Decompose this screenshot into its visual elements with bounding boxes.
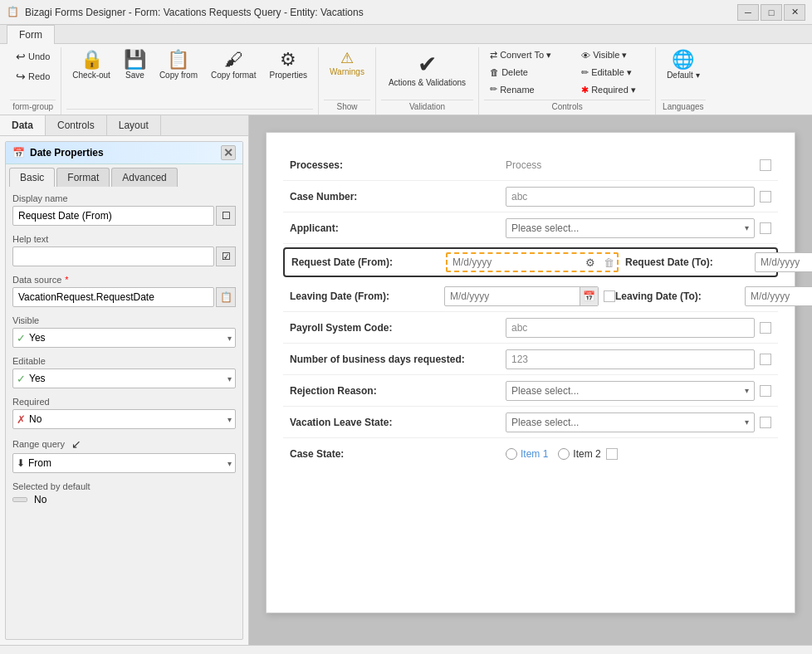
show-group: ⚠ Warnings Show bbox=[319, 47, 376, 115]
date-properties-panel: 📅 Date Properties ✕ Basic Format Advance… bbox=[5, 141, 243, 640]
leaving-date-from-calendar-btn[interactable]: 📅 bbox=[580, 287, 598, 305]
checkout-button[interactable]: 🔒 Check-out bbox=[66, 47, 116, 84]
selected-default-toggle[interactable] bbox=[12, 497, 27, 502]
tab-data[interactable]: Data bbox=[0, 115, 46, 135]
display-name-extra-btn[interactable]: ☐ bbox=[216, 206, 236, 226]
window-controls: ─ □ ✕ bbox=[737, 4, 805, 21]
range-query-select[interactable]: ⬇ From ▾ bbox=[12, 453, 236, 473]
actions-validations-button[interactable]: ✔ Actions & Validations bbox=[381, 47, 473, 90]
case-state-item1[interactable]: Item 1 bbox=[506, 448, 548, 460]
request-date-from-icons: ⚙ 🗑 bbox=[582, 254, 617, 271]
default-language-button[interactable]: 🌐 Default ▾ bbox=[661, 47, 705, 84]
leaving-date-from-group: Leaving Date (From): 📅 bbox=[290, 286, 615, 306]
leaving-date-from-field[interactable] bbox=[445, 289, 580, 304]
request-date-to-label: Request Date (To): bbox=[625, 256, 750, 268]
gear-icon[interactable]: ⚙ bbox=[582, 254, 599, 271]
warnings-button[interactable]: ⚠ Warnings bbox=[324, 47, 370, 81]
toggle-off-btn[interactable] bbox=[13, 498, 27, 501]
applicant-row: Applicant: Please select... ▾ bbox=[283, 212, 778, 244]
rejection-field: Please select... ▾ bbox=[506, 381, 771, 401]
case-state-item2[interactable]: Item 2 bbox=[558, 448, 600, 460]
required-button[interactable]: ✱ Required ▾ bbox=[575, 82, 650, 98]
required-select[interactable]: ✗ No ▾ bbox=[12, 409, 236, 429]
leaving-date-to-field[interactable] bbox=[746, 289, 812, 304]
visible-select[interactable]: ✓ Yes ▾ bbox=[12, 328, 236, 348]
item1-radio[interactable] bbox=[506, 448, 517, 460]
processes-field: Process bbox=[506, 159, 771, 171]
leaving-date-from-checkbox[interactable] bbox=[604, 290, 615, 302]
business-days-input[interactable] bbox=[506, 349, 755, 369]
delete-date-icon[interactable]: 🗑 bbox=[600, 254, 617, 271]
business-days-row: Number of business days requested: bbox=[283, 344, 778, 375]
applicant-checkbox[interactable] bbox=[760, 222, 771, 234]
processes-checkbox[interactable] bbox=[760, 159, 771, 171]
undo-icon: ↩ bbox=[16, 50, 26, 63]
data-source-group: Data source * 📋 bbox=[12, 275, 236, 307]
advanced-tab[interactable]: Advanced bbox=[111, 168, 177, 187]
maximize-button[interactable]: □ bbox=[761, 4, 782, 21]
languages-buttons: 🌐 Default ▾ bbox=[661, 47, 705, 98]
tab-form[interactable]: Form bbox=[7, 25, 55, 44]
display-name-input[interactable] bbox=[12, 206, 214, 226]
main-toolbar-group: 🔒 Check-out 💾 Save 📋 Copy from 🖌 Copy fo… bbox=[61, 47, 319, 115]
case-number-checkbox[interactable] bbox=[760, 191, 771, 203]
help-text-input-row: ☑ bbox=[12, 246, 236, 266]
rejection-checkbox[interactable] bbox=[760, 385, 771, 397]
visible-check-icon: ✓ bbox=[17, 332, 26, 344]
rename-button[interactable]: ✏ Rename bbox=[484, 81, 567, 97]
vacation-leave-field: Please select... ▾ bbox=[506, 412, 771, 432]
request-date-to-input[interactable]: 📅 bbox=[755, 252, 812, 272]
main-buttons: 🔒 Check-out 💾 Save 📋 Copy from 🖌 Copy fo… bbox=[66, 47, 313, 107]
checkout-icon: 🔒 bbox=[81, 51, 103, 69]
case-number-label: Case Number: bbox=[290, 191, 506, 203]
rejection-row: Rejection Reason: Please select... ▾ bbox=[283, 375, 778, 407]
ribbon: Form ↩ Undo ↪ Redo form-group bbox=[0, 25, 812, 115]
basic-tab[interactable]: Basic bbox=[9, 168, 55, 187]
close-button[interactable]: ✕ bbox=[784, 4, 805, 21]
help-text-extra-btn[interactable]: ☑ bbox=[216, 246, 236, 266]
rejection-select[interactable]: Please select... ▾ bbox=[506, 381, 755, 401]
close-panel-button[interactable]: ✕ bbox=[221, 145, 236, 160]
undo-button[interactable]: ↩ Undo bbox=[10, 47, 56, 66]
editable-select[interactable]: ✓ Yes ▾ bbox=[12, 368, 236, 388]
case-number-field bbox=[506, 187, 771, 207]
show-buttons: ⚠ Warnings bbox=[324, 47, 370, 98]
applicant-select-text: Please select... bbox=[511, 222, 741, 234]
payroll-checkbox[interactable] bbox=[760, 322, 771, 334]
copy-format-button[interactable]: 🖌 Copy format bbox=[205, 47, 262, 84]
request-date-from-input[interactable]: ⚙ 🗑 bbox=[446, 252, 619, 272]
delete-icon: 🗑 bbox=[490, 67, 499, 77]
vacation-leave-checkbox[interactable] bbox=[760, 417, 771, 428]
request-date-to-field[interactable] bbox=[756, 255, 812, 270]
delete-button[interactable]: 🗑 Delete bbox=[484, 65, 567, 80]
business-days-checkbox[interactable] bbox=[760, 354, 771, 365]
copy-from-button[interactable]: 📋 Copy from bbox=[154, 47, 203, 84]
editable-button[interactable]: ✏ Editable ▾ bbox=[575, 65, 650, 81]
required-value: No bbox=[29, 413, 224, 425]
convert-to-button[interactable]: ⇄ Convert To ▾ bbox=[484, 47, 567, 63]
case-state-checkbox[interactable] bbox=[606, 448, 618, 460]
tab-layout[interactable]: Layout bbox=[107, 115, 161, 135]
leaving-date-from-input[interactable]: 📅 bbox=[444, 286, 599, 306]
item2-radio[interactable] bbox=[558, 448, 570, 460]
vacation-leave-select[interactable]: Please select... ▾ bbox=[506, 412, 755, 432]
leaving-date-to-group: Leaving Date (To): 📅 bbox=[615, 286, 812, 306]
request-date-from-field[interactable] bbox=[448, 255, 582, 270]
selected-default-value: No bbox=[34, 494, 46, 505]
selected-by-default-group: Selected by default No bbox=[12, 481, 236, 505]
leaving-date-to-input[interactable]: 📅 bbox=[745, 286, 812, 306]
help-text-input[interactable] bbox=[12, 246, 214, 266]
properties-button[interactable]: ⚙ Properties bbox=[263, 47, 313, 84]
data-source-input[interactable] bbox=[12, 287, 214, 307]
case-number-input[interactable] bbox=[506, 187, 755, 207]
redo-button[interactable]: ↪ Redo bbox=[10, 67, 56, 85]
applicant-select[interactable]: Please select... ▾ bbox=[506, 218, 755, 238]
data-source-browse-btn[interactable]: 📋 bbox=[216, 287, 236, 307]
visible-button[interactable]: 👁 Visible ▾ bbox=[575, 47, 650, 63]
format-tab[interactable]: Format bbox=[56, 168, 110, 187]
minimize-button[interactable]: ─ bbox=[737, 4, 759, 21]
tab-controls[interactable]: Controls bbox=[46, 115, 107, 135]
payroll-input[interactable] bbox=[506, 318, 755, 338]
controls-buttons: ⇄ Convert To ▾ 🗑 Delete ✏ Rename 👁 bbox=[484, 47, 650, 98]
save-button[interactable]: 💾 Save bbox=[118, 47, 152, 84]
